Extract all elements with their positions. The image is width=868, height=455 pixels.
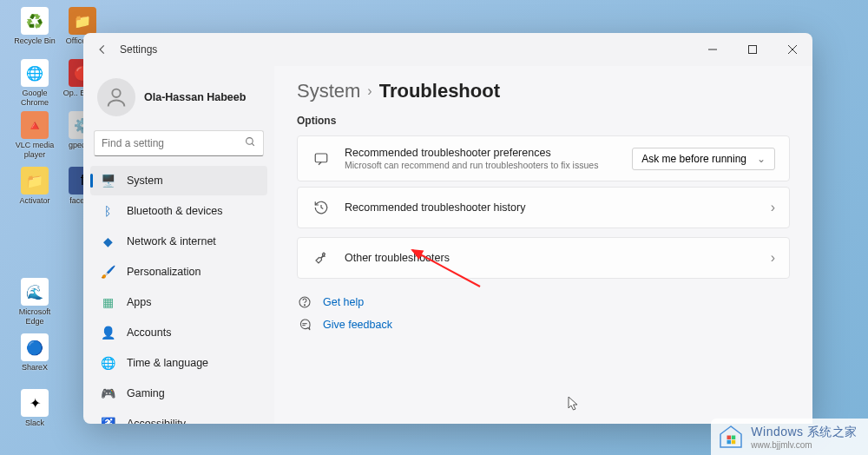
desktop-icon-sharex[interactable]: 🔵ShareX: [13, 333, 56, 373]
wrench-icon: [312, 248, 331, 267]
nav-item-accounts[interactable]: 👤Accounts: [90, 318, 267, 347]
nav-label: Network & internet: [127, 235, 216, 247]
link-help[interactable]: Get help: [297, 294, 790, 310]
breadcrumb: System › Troubleshoot: [297, 80, 790, 102]
svg-rect-15: [727, 440, 732, 445]
chevron-right-icon: ›: [771, 250, 775, 266]
desktop-icon-microsoft-edge[interactable]: 🌊Microsoft Edge: [13, 278, 56, 326]
apps-icon: ▦: [101, 295, 115, 309]
nav-item-network[interactable]: ◆Network & internet: [90, 227, 267, 256]
svg-point-4: [112, 89, 120, 97]
svg-line-6: [252, 143, 254, 146]
nav-label: Gaming: [127, 387, 165, 399]
desktop-icon-google-chrome[interactable]: 🌐Google Chrome: [13, 59, 56, 108]
card-subtitle: Microsoft can recommend and run troubles…: [345, 160, 632, 170]
card-title: Other troubleshooters: [345, 252, 762, 264]
link-text: Get help: [323, 296, 364, 308]
chevron-right-icon: ›: [367, 83, 372, 99]
accounts-icon: 👤: [101, 326, 115, 340]
chat-icon: [312, 149, 331, 168]
nav-list: 🖥️SystemᛒBluetooth & devices◆Network & i…: [89, 165, 269, 424]
svg-point-9: [304, 305, 305, 306]
watermark-logo-icon: [718, 424, 744, 450]
personalization-icon: 🖌️: [101, 265, 115, 279]
nav-item-apps[interactable]: ▦Apps: [90, 287, 267, 317]
svg-rect-16: [732, 440, 736, 445]
gaming-icon: 🎮: [101, 386, 115, 400]
svg-rect-14: [732, 436, 736, 440]
main-content: System › Troubleshoot Options Recommende…: [274, 66, 812, 424]
nav-item-gaming[interactable]: 🎮Gaming: [90, 379, 267, 408]
network-icon: ◆: [101, 234, 115, 248]
watermark-text2: www.bjjmlv.com: [751, 440, 858, 450]
nav-label: Accounts: [127, 326, 171, 339]
options-label: Options: [297, 115, 790, 127]
time-icon: 🌐: [101, 356, 115, 370]
chevron-right-icon: ›: [771, 200, 775, 215]
profile-name: Ola-Hassan Habeeb: [144, 91, 246, 103]
close-button[interactable]: [773, 33, 812, 66]
search-box[interactable]: [94, 130, 264, 156]
card-title: Recommended troubleshooter preferences: [345, 147, 632, 159]
nav-label: Time & language: [127, 357, 208, 369]
cursor-icon: [568, 396, 580, 415]
feedback-icon: [297, 317, 312, 333]
link-text: Give feedback: [323, 319, 392, 331]
breadcrumb-parent[interactable]: System: [297, 80, 360, 102]
nav-item-accessibility[interactable]: ♿Accessibility: [90, 409, 267, 424]
titlebar: Settings: [83, 33, 812, 66]
nav-label: System: [127, 175, 163, 187]
watermark-text1: Windows 系统之家: [751, 425, 858, 440]
minimize-button[interactable]: [693, 33, 733, 66]
settings-window: Settings Ola-Hassan Habeeb: [83, 33, 812, 424]
desktop-icon-vlc-media-player[interactable]: 🔺VLC media player: [13, 111, 56, 160]
search-input[interactable]: [102, 137, 245, 149]
window-title: Settings: [120, 43, 157, 56]
nav-item-personalization[interactable]: 🖌️Personalization: [90, 257, 267, 287]
svg-rect-13: [727, 436, 732, 440]
history-icon: [312, 198, 331, 217]
help-icon: [297, 294, 312, 310]
chevron-down-icon: ⌄: [757, 153, 766, 165]
card-title: Recommended troubleshooter history: [345, 201, 762, 214]
nav-item-time[interactable]: 🌐Time & language: [90, 348, 267, 378]
nav-item-system[interactable]: 🖥️System: [90, 166, 267, 195]
svg-rect-1: [749, 46, 757, 54]
sidebar: Ola-Hassan Habeeb 🖥️SystemᛒBluetooth & d…: [83, 66, 274, 424]
svg-rect-7: [315, 154, 327, 162]
profile-block[interactable]: Ola-Hassan Habeeb: [89, 73, 269, 129]
card-other-troubleshooters[interactable]: Other troubleshooters›: [297, 237, 790, 279]
nav-item-bluetooth[interactable]: ᛒBluetooth & devices: [90, 196, 267, 226]
desktop-icon-slack[interactable]: ✦Slack: [13, 389, 56, 428]
card-recommended-history[interactable]: Recommended troubleshooter history›: [297, 187, 790, 228]
nav-label: Apps: [127, 296, 152, 308]
nav-label: Personalization: [127, 266, 201, 278]
breadcrumb-current: Troubleshoot: [379, 80, 500, 102]
system-icon: 🖥️: [101, 174, 115, 188]
link-feedback[interactable]: Give feedback: [297, 317, 790, 333]
desktop-icon-recycle-bin[interactable]: ♻️Recycle Bin: [13, 7, 56, 46]
nav-label: Accessibility: [127, 418, 186, 424]
card-recommended-prefs[interactable]: Recommended troubleshooter preferencesMi…: [297, 135, 790, 181]
desktop-icon-activator[interactable]: 📁Activator: [13, 167, 56, 206]
avatar: [97, 78, 135, 116]
dropdown-recommended-prefs[interactable]: Ask me before running⌄: [632, 148, 775, 170]
search-icon: [245, 135, 256, 151]
back-button[interactable]: [85, 33, 120, 66]
watermark: Windows 系统之家 www.bjjmlv.com: [711, 419, 868, 455]
maximize-button[interactable]: [733, 33, 773, 66]
svg-point-5: [247, 138, 253, 145]
accessibility-icon: ♿: [101, 417, 115, 424]
nav-label: Bluetooth & devices: [127, 205, 223, 217]
bluetooth-icon: ᛒ: [101, 204, 115, 218]
